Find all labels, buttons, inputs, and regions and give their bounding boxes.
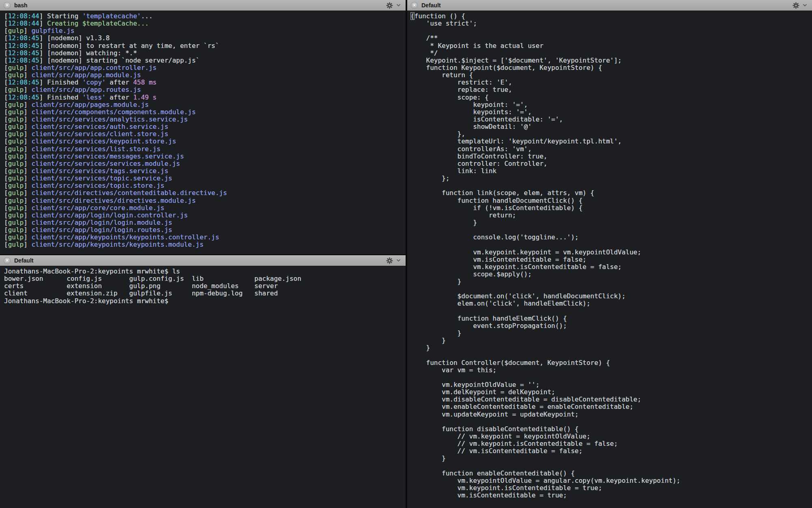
terminal-line: controllerAs: 'vm', — [410, 145, 812, 153]
terminal-line — [410, 285, 812, 293]
chevron-down-icon[interactable] — [803, 4, 807, 7]
terminal-line — [410, 226, 812, 234]
right-split-column: × Default — [407, 0, 812, 508]
terminal-line: isContenteditable: '=', — [410, 116, 812, 123]
terminal-line — [410, 418, 812, 426]
terminal-line — [410, 308, 812, 315]
terminal-line: [gulp] client/src/services/keypoint.stor… — [4, 138, 406, 145]
pane-header-actions — [793, 2, 807, 9]
terminal-line: [12:08:45] Finished 'copy' after 458 ms — [4, 79, 406, 86]
terminal-line — [410, 182, 812, 189]
terminal-line: vm.isContenteditable = true; — [410, 492, 812, 499]
terminal-line: certs extension gulp.png node_modules se… — [4, 282, 406, 290]
terminal-line: [gulp] client/src/app/keypoints/keypoint… — [4, 241, 406, 248]
close-pane-icon[interactable]: × — [411, 2, 418, 9]
terminal-line: function handleElemClick() { — [410, 315, 812, 322]
pane-title: Default — [14, 257, 33, 264]
terminal-line: } — [410, 278, 812, 285]
terminal-line: client extension.zip gulpfile.js npm-deb… — [4, 290, 406, 297]
terminal-line: if (!vm.isContenteditable) { — [410, 204, 812, 212]
terminal-line: [gulp] client/src/services/messages.serv… — [4, 153, 406, 160]
terminal-line: vm.keypoint.isContenteditable = true; — [410, 484, 812, 492]
terminal-line: elem.on('click', handleElemClick); — [410, 300, 812, 307]
terminal-line: (function () { — [410, 13, 812, 20]
terminal-line: 'use strict'; — [410, 20, 812, 27]
terminal-line: [gulp] client/src/app/login/login.contro… — [4, 212, 406, 219]
terminal-line: console.log('toggline...'); — [410, 234, 812, 241]
terminal-line: [gulp] gulpfile.js — [4, 27, 406, 35]
settings-gear-icon[interactable] — [386, 2, 393, 9]
terminal-line: function disableContenteditable() { — [410, 426, 812, 433]
shell-terminal-output[interactable]: Jonathans-MacBook-Pro-2:keypoints mrwhit… — [0, 266, 406, 508]
terminal-line: function enableContenteditable() { — [410, 470, 812, 477]
terminal-line: [gulp] client/src/directives/contentedit… — [4, 189, 406, 197]
terminal-line: [gulp] client/src/directives/directives.… — [4, 197, 406, 204]
terminal-line: [gulp] client/src/components/components.… — [4, 109, 406, 116]
terminal-line: [12:08:45] [nodemon] starting `node serv… — [4, 57, 406, 64]
terminal-line: [gulp] client/src/app/core/core.module.j… — [4, 204, 406, 212]
terminal-line: } — [410, 455, 812, 462]
terminal-line: [gulp] client/src/services/list.store.js — [4, 145, 406, 153]
terminal-line: [gulp] client/src/app/app.routes.js — [4, 86, 406, 93]
pane-bash-header: × bash — [0, 0, 406, 11]
terminal-line: scope.$apply(); — [410, 271, 812, 278]
terminal-line: [gulp] client/src/services/tags.service.… — [4, 167, 406, 175]
terminal-line: var vm = this; — [410, 367, 812, 374]
terminal-window: × bash — [0, 0, 812, 508]
settings-gear-icon[interactable] — [793, 2, 799, 9]
terminal-line: [12:08:44] Creating $templateCache... — [4, 20, 406, 27]
terminal-line: } — [410, 344, 812, 352]
terminal-line: [gulp] client/src/app/login/login.routes… — [4, 226, 406, 234]
chevron-down-icon[interactable] — [396, 4, 401, 7]
terminal-line: vm.isContenteditable = false; — [410, 256, 812, 263]
pane-bash: × bash — [0, 0, 406, 254]
left-split-column: × bash — [0, 0, 406, 508]
terminal-line: function handleDocumentClick() { — [410, 197, 812, 204]
terminal-line: } — [410, 337, 812, 344]
terminal-line: function Keypoint($document, KeypointSto… — [410, 64, 812, 72]
terminal-line: vm.keypointOldValue = angular.copy(vm.ke… — [410, 477, 812, 484]
terminal-line — [410, 352, 812, 359]
terminal-line: event.stopPropagation(); — [410, 322, 812, 330]
terminal-line: */ — [410, 50, 812, 57]
pane-header-actions — [386, 257, 401, 264]
chevron-down-icon[interactable] — [396, 259, 401, 262]
terminal-line: [12:08:45] [nodemon] to restart at any t… — [4, 42, 406, 50]
terminal-line: link: link — [410, 167, 812, 175]
close-pane-icon[interactable]: × — [4, 257, 11, 264]
terminal-line: [12:08:45] [nodemon] watching: *.* — [4, 50, 406, 57]
terminal-line: }, — [410, 130, 812, 138]
terminal-line: vm.enableContenteditable = enableContent… — [410, 403, 812, 410]
terminal-line: Keypoint.$inject = ['$document', 'Keypoi… — [410, 57, 812, 64]
terminal-line: $document.on('click', handleDocumentClic… — [410, 293, 812, 300]
terminal-line: } — [410, 330, 812, 337]
pane-code: × Default — [407, 0, 812, 508]
terminal-line: keypoint: '=', — [410, 101, 812, 109]
terminal-line: vm.keypoint.isContenteditable = false; — [410, 263, 812, 271]
terminal-line: // vm.keypoint = keypointOldValue; — [410, 433, 812, 440]
terminal-line: restrict: 'E', — [410, 79, 812, 86]
terminal-line: return; — [410, 212, 812, 219]
terminal-line: [gulp] client/src/services/topic.service… — [4, 175, 406, 182]
terminal-line: // vm.isContenteditable = false; — [410, 447, 812, 455]
bash-terminal-output[interactable]: [12:08:44] Starting 'templatecache'...[1… — [0, 11, 406, 254]
terminal-line: [gulp] client/src/app/keypoints/keypoint… — [4, 234, 406, 241]
pane-code-header: × Default — [407, 0, 812, 11]
terminal-line: function link(scope, elem, attrs, vm) { — [410, 189, 812, 197]
terminal-line: controller: Controller, — [410, 160, 812, 167]
terminal-line: [gulp] client/src/services/analytics.ser… — [4, 116, 406, 123]
close-pane-icon[interactable]: × — [4, 2, 11, 9]
terminal-line: vm.keypoint.keypoint = vm.keypointOldVal… — [410, 249, 812, 256]
terminal-line: [gulp] client/src/app/app.controller.js — [4, 64, 406, 72]
terminal-line — [410, 374, 812, 381]
terminal-line: [12:08:44] Starting 'templatecache'... — [4, 13, 406, 20]
pane-shell-header: × Default — [0, 254, 406, 266]
pane-title: bash — [14, 2, 28, 9]
terminal-line: bower.json config.js gulp.config.js lib … — [4, 275, 406, 282]
terminal-line: // vm.keypoint.isContenteditable = false… — [410, 440, 812, 447]
terminal-line: [gulp] client/src/app/app.module.js — [4, 72, 406, 79]
settings-gear-icon[interactable] — [386, 257, 393, 264]
code-terminal-output[interactable]: (function () { 'use strict'; /** * Keypo… — [407, 11, 812, 508]
terminal-line — [410, 27, 812, 35]
terminal-line: }; — [410, 175, 812, 182]
